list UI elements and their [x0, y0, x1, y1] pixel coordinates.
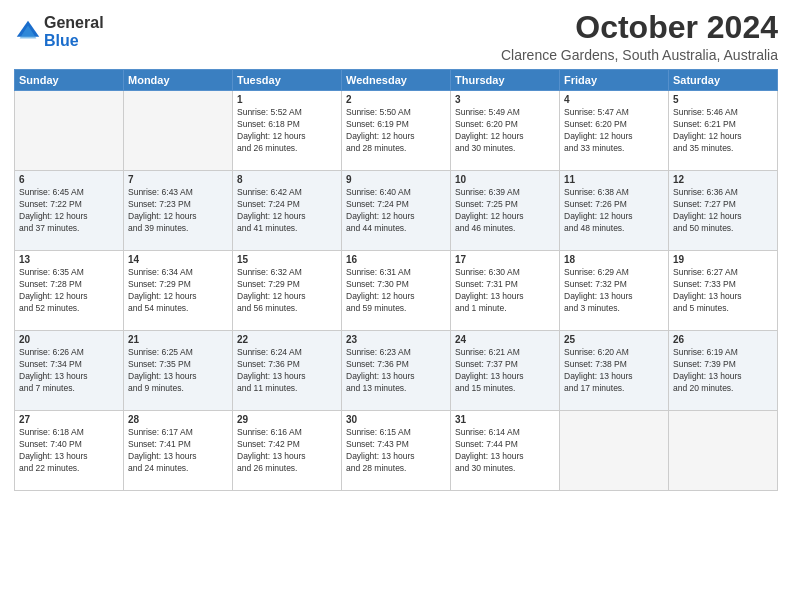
day-info: Sunrise: 6:30 AM Sunset: 7:31 PM Dayligh…: [455, 267, 555, 315]
day-info: Sunrise: 5:47 AM Sunset: 6:20 PM Dayligh…: [564, 107, 664, 155]
table-row: 14Sunrise: 6:34 AM Sunset: 7:29 PM Dayli…: [124, 251, 233, 331]
day-number: 17: [455, 254, 555, 265]
day-info: Sunrise: 5:46 AM Sunset: 6:21 PM Dayligh…: [673, 107, 773, 155]
month-title: October 2024: [501, 10, 778, 45]
day-number: 19: [673, 254, 773, 265]
day-info: Sunrise: 6:21 AM Sunset: 7:37 PM Dayligh…: [455, 347, 555, 395]
day-info: Sunrise: 6:24 AM Sunset: 7:36 PM Dayligh…: [237, 347, 337, 395]
day-info: Sunrise: 6:39 AM Sunset: 7:25 PM Dayligh…: [455, 187, 555, 235]
table-row: 25Sunrise: 6:20 AM Sunset: 7:38 PM Dayli…: [560, 331, 669, 411]
day-info: Sunrise: 6:23 AM Sunset: 7:36 PM Dayligh…: [346, 347, 446, 395]
day-number: 3: [455, 94, 555, 105]
table-row: 1Sunrise: 5:52 AM Sunset: 6:18 PM Daylig…: [233, 91, 342, 171]
day-number: 22: [237, 334, 337, 345]
table-row: 2Sunrise: 5:50 AM Sunset: 6:19 PM Daylig…: [342, 91, 451, 171]
page: General Blue October 2024 Clarence Garde…: [0, 0, 792, 612]
logo-icon: [14, 18, 42, 46]
calendar-week-row: 6Sunrise: 6:45 AM Sunset: 7:22 PM Daylig…: [15, 171, 778, 251]
day-info: Sunrise: 6:25 AM Sunset: 7:35 PM Dayligh…: [128, 347, 228, 395]
day-info: Sunrise: 5:49 AM Sunset: 6:20 PM Dayligh…: [455, 107, 555, 155]
day-number: 12: [673, 174, 773, 185]
table-row: 29Sunrise: 6:16 AM Sunset: 7:42 PM Dayli…: [233, 411, 342, 491]
col-thursday: Thursday: [451, 70, 560, 91]
calendar-week-row: 13Sunrise: 6:35 AM Sunset: 7:28 PM Dayli…: [15, 251, 778, 331]
day-number: 15: [237, 254, 337, 265]
day-info: Sunrise: 6:26 AM Sunset: 7:34 PM Dayligh…: [19, 347, 119, 395]
day-info: Sunrise: 6:43 AM Sunset: 7:23 PM Dayligh…: [128, 187, 228, 235]
day-info: Sunrise: 6:18 AM Sunset: 7:40 PM Dayligh…: [19, 427, 119, 475]
table-row: [560, 411, 669, 491]
day-number: 16: [346, 254, 446, 265]
table-row: 6Sunrise: 6:45 AM Sunset: 7:22 PM Daylig…: [15, 171, 124, 251]
day-number: 5: [673, 94, 773, 105]
day-number: 20: [19, 334, 119, 345]
day-number: 26: [673, 334, 773, 345]
table-row: 21Sunrise: 6:25 AM Sunset: 7:35 PM Dayli…: [124, 331, 233, 411]
day-info: Sunrise: 6:38 AM Sunset: 7:26 PM Dayligh…: [564, 187, 664, 235]
day-info: Sunrise: 6:17 AM Sunset: 7:41 PM Dayligh…: [128, 427, 228, 475]
calendar-week-row: 20Sunrise: 6:26 AM Sunset: 7:34 PM Dayli…: [15, 331, 778, 411]
table-row: 12Sunrise: 6:36 AM Sunset: 7:27 PM Dayli…: [669, 171, 778, 251]
table-row: 9Sunrise: 6:40 AM Sunset: 7:24 PM Daylig…: [342, 171, 451, 251]
day-number: 6: [19, 174, 119, 185]
day-info: Sunrise: 6:29 AM Sunset: 7:32 PM Dayligh…: [564, 267, 664, 315]
day-info: Sunrise: 6:32 AM Sunset: 7:29 PM Dayligh…: [237, 267, 337, 315]
col-saturday: Saturday: [669, 70, 778, 91]
table-row: 27Sunrise: 6:18 AM Sunset: 7:40 PM Dayli…: [15, 411, 124, 491]
logo: General Blue: [14, 14, 104, 50]
day-number: 29: [237, 414, 337, 425]
col-friday: Friday: [560, 70, 669, 91]
day-number: 31: [455, 414, 555, 425]
day-number: 1: [237, 94, 337, 105]
day-number: 25: [564, 334, 664, 345]
table-row: 8Sunrise: 6:42 AM Sunset: 7:24 PM Daylig…: [233, 171, 342, 251]
col-monday: Monday: [124, 70, 233, 91]
day-info: Sunrise: 6:16 AM Sunset: 7:42 PM Dayligh…: [237, 427, 337, 475]
table-row: 28Sunrise: 6:17 AM Sunset: 7:41 PM Dayli…: [124, 411, 233, 491]
calendar-week-row: 27Sunrise: 6:18 AM Sunset: 7:40 PM Dayli…: [15, 411, 778, 491]
table-row: 26Sunrise: 6:19 AM Sunset: 7:39 PM Dayli…: [669, 331, 778, 411]
table-row: 20Sunrise: 6:26 AM Sunset: 7:34 PM Dayli…: [15, 331, 124, 411]
day-number: 23: [346, 334, 446, 345]
day-number: 8: [237, 174, 337, 185]
table-row: 3Sunrise: 5:49 AM Sunset: 6:20 PM Daylig…: [451, 91, 560, 171]
calendar-table: Sunday Monday Tuesday Wednesday Thursday…: [14, 69, 778, 491]
day-number: 13: [19, 254, 119, 265]
table-row: 13Sunrise: 6:35 AM Sunset: 7:28 PM Dayli…: [15, 251, 124, 331]
day-number: 30: [346, 414, 446, 425]
day-number: 18: [564, 254, 664, 265]
day-number: 27: [19, 414, 119, 425]
day-number: 10: [455, 174, 555, 185]
day-number: 4: [564, 94, 664, 105]
day-info: Sunrise: 5:50 AM Sunset: 6:19 PM Dayligh…: [346, 107, 446, 155]
table-row: 5Sunrise: 5:46 AM Sunset: 6:21 PM Daylig…: [669, 91, 778, 171]
subtitle: Clarence Gardens, South Australia, Austr…: [501, 47, 778, 63]
day-number: 7: [128, 174, 228, 185]
table-row: 4Sunrise: 5:47 AM Sunset: 6:20 PM Daylig…: [560, 91, 669, 171]
day-info: Sunrise: 6:27 AM Sunset: 7:33 PM Dayligh…: [673, 267, 773, 315]
day-number: 14: [128, 254, 228, 265]
table-row: 31Sunrise: 6:14 AM Sunset: 7:44 PM Dayli…: [451, 411, 560, 491]
table-row: 16Sunrise: 6:31 AM Sunset: 7:30 PM Dayli…: [342, 251, 451, 331]
logo-text: General Blue: [44, 14, 104, 50]
day-number: 21: [128, 334, 228, 345]
calendar-week-row: 1Sunrise: 5:52 AM Sunset: 6:18 PM Daylig…: [15, 91, 778, 171]
calendar-header-row: Sunday Monday Tuesday Wednesday Thursday…: [15, 70, 778, 91]
day-info: Sunrise: 6:19 AM Sunset: 7:39 PM Dayligh…: [673, 347, 773, 395]
table-row: 19Sunrise: 6:27 AM Sunset: 7:33 PM Dayli…: [669, 251, 778, 331]
table-row: 17Sunrise: 6:30 AM Sunset: 7:31 PM Dayli…: [451, 251, 560, 331]
table-row: [669, 411, 778, 491]
table-row: 7Sunrise: 6:43 AM Sunset: 7:23 PM Daylig…: [124, 171, 233, 251]
header: General Blue October 2024 Clarence Garde…: [14, 10, 778, 63]
table-row: 23Sunrise: 6:23 AM Sunset: 7:36 PM Dayli…: [342, 331, 451, 411]
day-info: Sunrise: 6:14 AM Sunset: 7:44 PM Dayligh…: [455, 427, 555, 475]
col-wednesday: Wednesday: [342, 70, 451, 91]
title-block: October 2024 Clarence Gardens, South Aus…: [501, 10, 778, 63]
table-row: 22Sunrise: 6:24 AM Sunset: 7:36 PM Dayli…: [233, 331, 342, 411]
day-number: 11: [564, 174, 664, 185]
day-info: Sunrise: 5:52 AM Sunset: 6:18 PM Dayligh…: [237, 107, 337, 155]
day-info: Sunrise: 6:42 AM Sunset: 7:24 PM Dayligh…: [237, 187, 337, 235]
day-number: 9: [346, 174, 446, 185]
table-row: 18Sunrise: 6:29 AM Sunset: 7:32 PM Dayli…: [560, 251, 669, 331]
table-row: [15, 91, 124, 171]
